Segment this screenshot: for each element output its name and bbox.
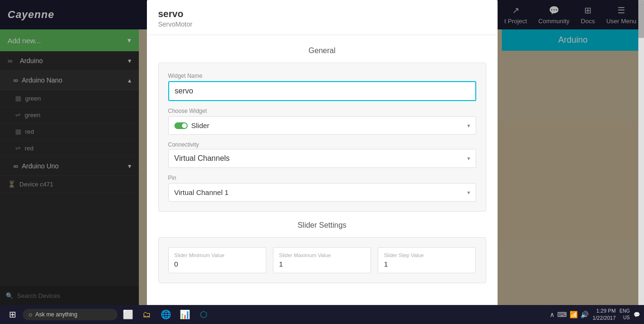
slider-min-field: Slider Minimum Value 0 (168, 247, 266, 273)
pin-field: Pin Virtual Channel 1 ▾ (168, 175, 476, 202)
widget-name-field: Widget Name (168, 73, 476, 101)
slider-step-label: Slider Step Value (384, 252, 470, 258)
wifi-icon: 📶 (570, 311, 578, 318)
pin-selected: Virtual Channel 1 (174, 188, 229, 196)
taskbar-time: 1:29 PM (592, 307, 616, 315)
slider-settings-label: Slider Settings (158, 221, 486, 230)
choose-widget-chevron-icon: ▾ (467, 122, 470, 129)
modal-subtitle: ServoMotor (158, 20, 486, 28)
keyboard-icon: ⌨ (557, 311, 567, 318)
pin-select[interactable]: Virtual Channel 1 ▾ (168, 183, 476, 202)
choose-widget-field: Choose Widget Slider ▾ (168, 108, 476, 135)
connectivity-label: Connectivity (168, 141, 476, 148)
taskbar-app-arduino[interactable]: ⬡ (195, 307, 212, 322)
taskbar-clock: 1:29 PM 1/22/2017 (592, 307, 616, 322)
taskbar-date: 1/22/2017 (592, 315, 616, 322)
connectivity-field: Connectivity Virtual Channels ▾ (168, 141, 476, 168)
slider-max-label: Slider Maximum Value (279, 252, 365, 258)
taskbar-system-icons: ∧ ⌨ 📶 🔊 (550, 311, 589, 318)
taskbar-start-button[interactable]: ⊞ (4, 307, 21, 322)
pin-label: Pin (168, 175, 476, 181)
page-scrollbar[interactable] (638, 0, 644, 305)
choose-widget-selected: Slider (174, 121, 209, 130)
slider-max-value: 1 (279, 260, 365, 268)
system-tray-icon: ∧ (550, 311, 554, 318)
slider-min-value: 0 (174, 260, 260, 268)
volume-icon: 🔊 (581, 311, 589, 318)
slider-settings-card: Slider Minimum Value 0 Slider Maximum Va… (158, 237, 486, 283)
taskbar-app-powerpoint[interactable]: 📊 (176, 307, 193, 322)
taskbar-app-task-view[interactable]: ⬜ (119, 307, 136, 322)
widget-name-input[interactable] (168, 81, 476, 101)
taskbar-search[interactable]: ○ Ask me anything (23, 309, 118, 320)
general-section-label: General (158, 46, 486, 55)
slider-widget-icon (174, 122, 188, 129)
taskbar-app-chrome[interactable]: 🌐 (157, 307, 174, 322)
taskbar: ⊞ ○ Ask me anything ⬜ 🗂 🌐 📊 ⬡ ∧ ⌨ 📶 🔊 1:… (0, 305, 644, 324)
taskbar-search-label: Ask me anything (35, 311, 77, 318)
slider-max-field: Slider Maximum Value 1 (273, 247, 371, 273)
taskbar-locale-lang: ENG (619, 308, 630, 315)
modal-overlay: servo ServoMotor General Widget Name Cho… (0, 0, 644, 324)
modal-header: servo ServoMotor (147, 0, 498, 35)
choose-widget-value: Slider (191, 121, 209, 130)
taskbar-locale: ENG US (619, 308, 630, 321)
slider-step-value: 1 (384, 260, 470, 268)
connectivity-value: Virtual Channels (174, 154, 230, 163)
pin-chevron-icon: ▾ (467, 189, 470, 196)
widget-name-label: Widget Name (168, 73, 476, 79)
modal-title: servo (158, 9, 486, 19)
scrollbar-thumb[interactable] (638, 0, 644, 38)
connectivity-select[interactable]: Virtual Channels ▾ (168, 149, 476, 168)
connectivity-chevron-icon: ▾ (467, 155, 470, 162)
taskbar-locale-region: US (619, 315, 630, 321)
connectivity-selected: Virtual Channels (174, 154, 230, 163)
pin-value: Virtual Channel 1 (174, 188, 229, 196)
choose-widget-label: Choose Widget (168, 108, 476, 114)
taskbar-search-circle-icon: ○ (28, 311, 32, 318)
general-form-card: Widget Name Choose Widget Slider ▾ (158, 63, 486, 212)
slider-min-label: Slider Minimum Value (174, 252, 260, 258)
slider-step-field: Slider Step Value 1 (378, 247, 476, 273)
taskbar-right: ∧ ⌨ 📶 🔊 1:29 PM 1/22/2017 ENG US 💬 (550, 307, 640, 322)
choose-widget-select[interactable]: Slider ▾ (168, 116, 476, 135)
modal-body: General Widget Name Choose Widget Slider (147, 35, 498, 304)
modal-dialog: servo ServoMotor General Widget Name Cho… (147, 0, 498, 324)
taskbar-notification-icon[interactable]: 💬 (634, 312, 640, 318)
taskbar-app-explorer[interactable]: 🗂 (138, 307, 155, 322)
slider-settings-row: Slider Minimum Value 0 Slider Maximum Va… (168, 247, 476, 273)
